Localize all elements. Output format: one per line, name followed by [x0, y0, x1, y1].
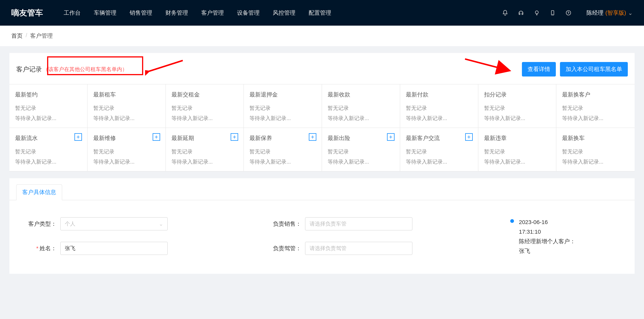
input-name[interactable] — [60, 242, 168, 255]
breadcrumb: 首页 / 客户管理 — [0, 26, 644, 46]
record-wait-text: 等待录入新记录... — [484, 158, 550, 166]
record-cell[interactable]: 最新流水+暂无记录等待录入新记录... — [10, 128, 88, 172]
record-empty-text: 暂无记录 — [328, 104, 394, 112]
record-cell-title: 最新保养 — [250, 134, 316, 142]
record-cell[interactable]: 最新签约暂无记录等待录入新记录... — [10, 84, 88, 128]
record-cell[interactable]: 最新客户交流+暂无记录等待录入新记录... — [400, 128, 478, 172]
record-wait-text: 等待录入新记录... — [93, 158, 160, 166]
user-menu[interactable]: 陈经理 (智享版) ⌄ — [586, 9, 633, 17]
records-grid: 最新签约暂无记录等待录入新记录...最新租车暂无记录等待录入新记录...最新交租… — [10, 84, 634, 172]
user-name: 陈经理 — [586, 9, 604, 17]
record-empty-text: 暂无记录 — [406, 104, 472, 112]
record-cell-title: 最新签约 — [15, 91, 82, 98]
record-wait-text: 等待录入新记录... — [406, 158, 472, 166]
record-wait-text: 等待录入新记录... — [406, 115, 472, 122]
record-empty-text: 暂无记录 — [172, 104, 238, 112]
record-cell[interactable]: 最新收款暂无记录等待录入新记录... — [322, 84, 400, 128]
annotation-box — [47, 56, 143, 75]
svg-point-0 — [535, 11, 538, 14]
record-cell-title: 最新交租金 — [172, 91, 238, 98]
timeline-line1: 陈经理新增个人客户： — [519, 236, 576, 246]
nav-sales[interactable]: 销售管理 — [130, 9, 152, 17]
timeline-item: 2023-06-16 17:31:10 陈经理新增个人客户： 张飞 — [510, 217, 623, 256]
label-name: *姓名： — [21, 244, 56, 252]
record-cell-title: 最新客户交流 — [406, 134, 472, 142]
record-wait-text: 等待录入新记录... — [328, 158, 394, 166]
record-wait-text: 等待录入新记录... — [484, 115, 550, 122]
record-empty-text: 暂无记录 — [250, 104, 316, 112]
form-col-left: 客户类型： 个人 ⌄ *姓名： — [21, 217, 258, 266]
tab-customer-info[interactable]: 客户具体信息 — [16, 184, 62, 200]
record-cell-title: 最新收款 — [328, 91, 394, 98]
input-sales[interactable] — [305, 217, 412, 230]
record-cell[interactable]: 最新维修+暂无记录等待录入新记录... — [88, 128, 166, 172]
record-cell-title: 扣分记录 — [484, 91, 550, 98]
svg-line-5 — [465, 59, 508, 70]
record-cell[interactable]: 最新出险+暂无记录等待录入新记录... — [322, 128, 400, 172]
form-area: 客户类型： 个人 ⌄ *姓名： 负责销售： 负责驾管： — [10, 200, 634, 274]
select-customer-type[interactable]: 个人 ⌄ — [60, 217, 168, 230]
record-empty-text: 暂无记录 — [328, 148, 394, 155]
svg-line-4 — [147, 60, 183, 72]
view-detail-button[interactable]: 查看详情 — [522, 62, 556, 76]
add-record-button[interactable]: + — [387, 133, 394, 141]
add-record-button[interactable]: + — [152, 133, 160, 141]
record-cell[interactable]: 最新保养+暂无记录等待录入新记录... — [244, 128, 322, 172]
record-cell[interactable]: 最新延期+暂无记录等待录入新记录... — [166, 128, 244, 172]
row-driver: 负责驾管： — [266, 242, 503, 255]
record-wait-text: 等待录入新记录... — [172, 158, 238, 166]
nav-vehicle[interactable]: 车辆管理 — [94, 9, 116, 17]
crumb-sep: / — [26, 32, 27, 40]
nav-icons: 陈经理 (智享版) ⌄ — [502, 9, 633, 17]
record-cell[interactable]: 最新付款暂无记录等待录入新记录... — [400, 84, 478, 128]
nav-device[interactable]: 设备管理 — [237, 9, 260, 17]
record-cell-title: 最新延期 — [172, 134, 238, 142]
add-record-button[interactable]: + — [309, 133, 316, 141]
nav-risk[interactable]: 风控管理 — [273, 9, 296, 17]
record-wait-text: 等待录入新记录... — [172, 115, 238, 122]
timeline-dot-icon — [510, 219, 514, 223]
record-empty-text: 暂无记录 — [93, 104, 160, 112]
record-wait-text: 等待录入新记录... — [562, 115, 629, 122]
nav-config[interactable]: 配置管理 — [308, 9, 331, 17]
record-wait-text: 等待录入新记录... — [15, 115, 82, 122]
record-cell-title: 最新租车 — [93, 91, 160, 98]
record-cell-title: 最新维修 — [93, 134, 160, 142]
record-cell[interactable]: 最新租车暂无记录等待录入新记录... — [88, 84, 166, 128]
record-cell[interactable]: 最新换车暂无记录等待录入新记录... — [556, 128, 634, 172]
detail-panel: 客户具体信息 客户类型： 个人 ⌄ *姓名： 负责销售： 负责驾管： — [10, 178, 634, 274]
record-empty-text: 暂无记录 — [93, 148, 160, 155]
records-title: 客户记录 — [16, 65, 42, 74]
row-customer-type: 客户类型： 个人 ⌄ — [21, 217, 258, 230]
mobile-icon[interactable] — [549, 10, 556, 16]
bulb-icon[interactable] — [534, 10, 540, 16]
record-cell[interactable]: 最新违章暂无记录等待录入新记录... — [478, 128, 556, 172]
add-record-button[interactable]: + — [230, 133, 238, 141]
form-col-right: 负责销售： 负责驾管： — [266, 217, 503, 266]
help-icon[interactable] — [565, 10, 572, 16]
record-empty-text: 暂无记录 — [15, 148, 82, 155]
top-nav: 嘀友管车 工作台 车辆管理 销售管理 财务管理 客户管理 设备管理 风控管理 配… — [0, 0, 644, 26]
record-empty-text: 暂无记录 — [562, 104, 629, 112]
nav-workbench[interactable]: 工作台 — [64, 9, 81, 17]
nav-finance[interactable]: 财务管理 — [166, 9, 188, 17]
annotation-arrow-left — [145, 58, 186, 76]
nav-customer[interactable]: 客户管理 — [201, 9, 224, 17]
select-customer-type-value: 个人 — [65, 220, 75, 228]
tabs: 客户具体信息 — [10, 178, 634, 200]
record-empty-text: 暂无记录 — [172, 148, 238, 155]
input-driver[interactable] — [305, 242, 412, 255]
record-cell[interactable]: 最新交租金暂无记录等待录入新记录... — [166, 84, 244, 128]
add-record-button[interactable]: + — [74, 133, 82, 141]
record-cell[interactable]: 扣分记录暂无记录等待录入新记录... — [478, 84, 556, 128]
record-wait-text: 等待录入新记录... — [15, 158, 82, 166]
bell-icon[interactable] — [502, 10, 508, 16]
add-record-button[interactable]: + — [465, 133, 473, 141]
add-blacklist-button[interactable]: 加入本公司租车黑名单 — [560, 62, 628, 76]
headset-icon[interactable] — [518, 10, 524, 16]
record-wait-text: 等待录入新记录... — [328, 115, 394, 122]
record-cell[interactable]: 最新退押金暂无记录等待录入新记录... — [244, 84, 322, 128]
record-empty-text: 暂无记录 — [484, 104, 550, 112]
record-cell[interactable]: 最新换客户暂无记录等待录入新记录... — [556, 84, 634, 128]
crumb-home[interactable]: 首页 — [11, 32, 22, 40]
